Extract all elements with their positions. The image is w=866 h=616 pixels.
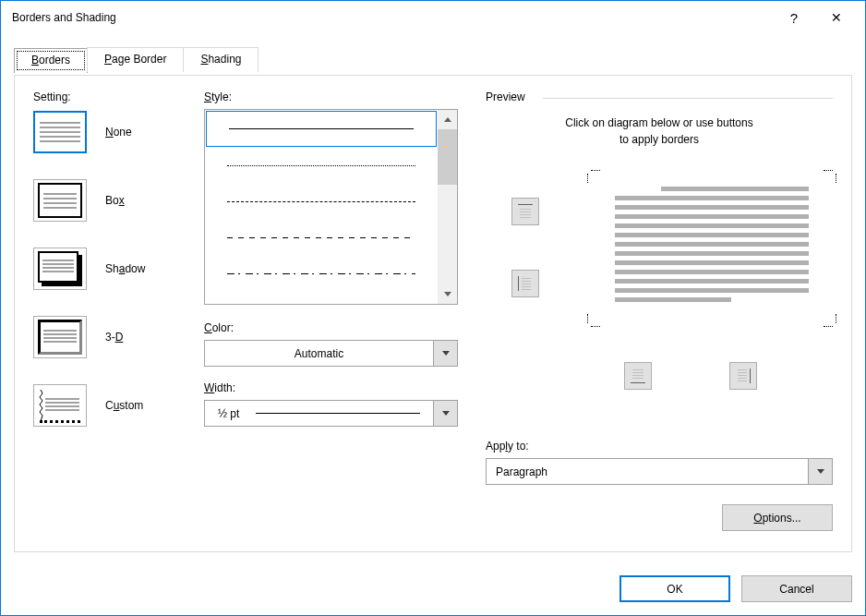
tab-strip: Borders Page Border Shading bbox=[14, 47, 852, 72]
width-label: Width: bbox=[204, 381, 458, 394]
style-item-dash-dot[interactable] bbox=[205, 256, 438, 292]
chevron-down-icon bbox=[808, 459, 832, 484]
border-top-button[interactable] bbox=[511, 198, 539, 225]
setting-box-icon bbox=[33, 179, 87, 222]
width-value: ½ pt bbox=[218, 407, 239, 420]
setting-none-icon bbox=[33, 111, 87, 153]
tab-shading[interactable]: Shading bbox=[183, 47, 259, 72]
style-item-solid[interactable] bbox=[206, 111, 437, 147]
apply-to-value: Paragraph bbox=[487, 465, 808, 478]
close-button[interactable]: ✕ bbox=[815, 3, 858, 32]
style-label: Style: bbox=[204, 91, 458, 103]
style-scrollbar[interactable] bbox=[438, 110, 457, 304]
options-button[interactable]: Options... bbox=[722, 504, 833, 531]
setting-shadow-icon bbox=[33, 248, 87, 290]
style-item-dotted[interactable] bbox=[205, 148, 438, 184]
dialog-window: Borders and Shading ? ✕ Borders Page Bor… bbox=[0, 0, 866, 616]
preview-hint: Click on diagram below or use buttonsto … bbox=[486, 115, 833, 148]
scroll-down-icon[interactable] bbox=[438, 284, 457, 304]
preview-diagram[interactable] bbox=[587, 170, 836, 327]
style-listbox[interactable] bbox=[204, 109, 458, 305]
setting-none[interactable]: None bbox=[33, 111, 195, 153]
border-bottom-button[interactable] bbox=[624, 362, 652, 390]
setting-3d[interactable]: 3-D bbox=[33, 316, 195, 358]
width-dropdown[interactable]: ½ pt bbox=[204, 400, 458, 427]
apply-to-section: Apply to: Paragraph bbox=[486, 440, 833, 485]
border-right-button[interactable] bbox=[729, 362, 757, 390]
style-column: Style: bbox=[204, 91, 458, 537]
border-left-button[interactable] bbox=[511, 270, 539, 297]
color-dropdown[interactable]: Automatic bbox=[204, 340, 458, 367]
ok-button[interactable]: OK bbox=[619, 575, 730, 602]
color-label: Color: bbox=[204, 321, 458, 334]
style-item-dashed[interactable] bbox=[205, 220, 438, 256]
titlebar-actions: ? ✕ bbox=[773, 3, 858, 32]
preview-label: Preview bbox=[486, 91, 533, 103]
style-item-dashed-wide[interactable] bbox=[205, 184, 438, 220]
chevron-down-icon bbox=[433, 401, 457, 426]
scroll-thumb[interactable] bbox=[438, 129, 457, 185]
apply-to-dropdown[interactable]: Paragraph bbox=[486, 458, 833, 485]
apply-to-label: Apply to: bbox=[486, 440, 833, 453]
footer-buttons: OK Cancel bbox=[619, 575, 852, 602]
width-sample-line bbox=[256, 413, 420, 414]
titlebar: Borders and Shading ? ✕ bbox=[1, 1, 865, 34]
tab-borders[interactable]: Borders bbox=[14, 48, 88, 73]
tab-page-border[interactable]: Page Border bbox=[87, 47, 184, 72]
setting-shadow[interactable]: Shadow bbox=[33, 248, 195, 290]
setting-column: Setting: None Box bbox=[33, 91, 195, 537]
dialog-content: Borders Page Border Shading Setting: Non… bbox=[14, 47, 852, 602]
chevron-down-icon bbox=[433, 341, 457, 366]
color-value: Automatic bbox=[205, 347, 433, 360]
tab-body: Setting: None Box bbox=[14, 75, 852, 552]
preview-column: Preview Click on diagram below or use bu… bbox=[486, 91, 833, 537]
help-button[interactable]: ? bbox=[773, 3, 815, 32]
setting-custom-icon bbox=[33, 384, 87, 427]
setting-box[interactable]: Box bbox=[33, 179, 195, 222]
preview-area bbox=[486, 170, 833, 355]
setting-custom[interactable]: Custom bbox=[33, 384, 195, 427]
cancel-button[interactable]: Cancel bbox=[741, 575, 852, 602]
setting-3d-icon bbox=[33, 316, 87, 358]
scroll-up-icon[interactable] bbox=[438, 110, 457, 129]
setting-label: Setting: bbox=[33, 91, 195, 103]
dialog-title: Borders and Shading bbox=[12, 11, 116, 24]
